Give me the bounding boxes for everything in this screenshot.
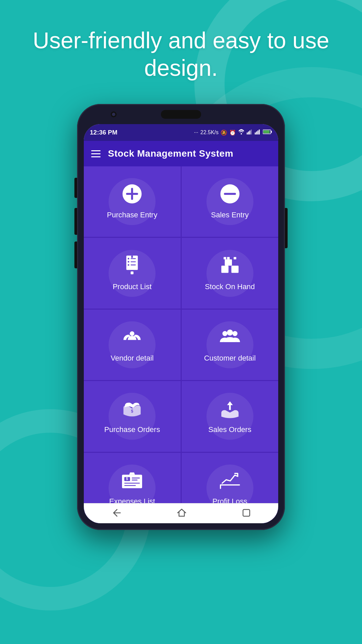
grid-item-sales-entry[interactable]: Sales Entry — [182, 166, 279, 237]
hamburger-line-2 — [91, 153, 101, 154]
sales-orders-label: Sales Orders — [208, 425, 251, 434]
customer-detail-icon — [220, 327, 240, 348]
svg-rect-10 — [263, 130, 270, 133]
nav-back-button[interactable] — [111, 508, 122, 519]
svg-rect-30 — [224, 257, 226, 259]
svg-rect-42 — [124, 485, 136, 486]
svg-rect-37 — [124, 477, 130, 481]
grid-item-product-list[interactable]: Product List — [84, 238, 181, 308]
hamburger-line-3 — [91, 156, 101, 157]
grid-item-sales-orders[interactable]: Sales Orders — [182, 381, 279, 451]
phone-camera — [111, 111, 117, 117]
svg-rect-43 — [220, 484, 240, 485]
bottom-nav — [84, 503, 278, 523]
svg-point-14 — [220, 184, 239, 204]
svg-rect-24 — [131, 256, 133, 258]
status-signal2-icon — [255, 129, 261, 136]
svg-rect-39 — [132, 478, 140, 479]
profit-loss-icon — [220, 470, 240, 492]
customer-detail-label: Customer detail — [204, 354, 256, 363]
phone-btn-vol-up — [74, 208, 77, 235]
svg-rect-18 — [131, 258, 136, 259]
phone-screen: 12:36 PM ··· 22.5K/s 🔕 ⏰ — [84, 124, 278, 523]
app-title: Stock Management System — [108, 148, 233, 159]
svg-rect-22 — [131, 264, 136, 265]
grid-item-purchase-entry[interactable]: Purchase Entry — [84, 166, 181, 237]
status-signal1-icon — [247, 129, 253, 136]
grid-item-purchase-orders[interactable]: $ Purchase Orders — [84, 381, 181, 451]
phone-shell: 12:36 PM ··· 22.5K/s 🔕 ⏰ — [77, 104, 285, 530]
svg-rect-3 — [251, 129, 252, 135]
status-network-dots: ··· — [194, 129, 198, 136]
purchase-orders-icon: $ — [122, 398, 142, 420]
status-bar: 12:36 PM ··· 22.5K/s 🔕 ⏰ — [84, 124, 278, 141]
grid-item-vendor-detail[interactable]: Vendor detail — [84, 310, 181, 380]
status-alarm-icon: ⏰ — [229, 129, 236, 136]
svg-point-31 — [130, 331, 134, 336]
svg-rect-26 — [231, 266, 238, 273]
hamburger-line-1 — [91, 150, 101, 151]
svg-rect-2 — [249, 130, 250, 135]
nav-recents-button[interactable] — [242, 508, 251, 519]
svg-rect-21 — [128, 264, 129, 265]
sales-entry-label: Sales Entry — [211, 211, 249, 219]
svg-rect-25 — [221, 266, 228, 273]
svg-rect-17 — [128, 258, 129, 259]
phone-mockup: 12:36 PM ··· 22.5K/s 🔕 ⏰ — [77, 104, 285, 624]
svg-point-33 — [227, 329, 233, 335]
vendor-detail-label: Vendor detail — [111, 354, 154, 363]
phone-speaker — [161, 110, 201, 119]
svg-rect-40 — [132, 480, 137, 481]
menu-button[interactable] — [91, 150, 101, 157]
svg-point-34 — [232, 331, 237, 336]
expenses-list-icon: $ — [122, 470, 142, 492]
main-grid: Purchase Entry Sales Entry — [84, 166, 278, 523]
svg-rect-23 — [131, 271, 134, 274]
product-list-icon — [122, 256, 142, 277]
sales-entry-icon — [220, 184, 240, 205]
svg-point-11 — [123, 184, 142, 204]
nav-home-button[interactable] — [176, 508, 187, 519]
svg-text:$: $ — [126, 477, 128, 481]
svg-rect-16 — [126, 256, 138, 270]
svg-rect-29 — [234, 257, 236, 259]
svg-rect-27 — [225, 259, 232, 266]
phone-btn-vol-mute — [74, 178, 77, 198]
vendor-detail-icon — [122, 327, 142, 348]
svg-rect-9 — [271, 131, 272, 133]
svg-rect-4 — [255, 132, 256, 135]
svg-rect-36 — [122, 475, 142, 488]
svg-rect-44 — [220, 485, 221, 489]
status-time: 12:36 PM — [90, 129, 117, 136]
stock-on-hand-label: Stock On Hand — [205, 282, 255, 291]
phone-btn-vol-down — [74, 241, 77, 268]
sales-orders-icon — [220, 398, 240, 420]
svg-rect-5 — [256, 131, 257, 135]
stock-on-hand-icon — [220, 256, 240, 277]
page-header: User-friendly and easy to use design. — [0, 27, 362, 82]
svg-rect-19 — [128, 261, 129, 262]
app-bar: Stock Management System — [84, 141, 278, 166]
purchase-orders-label: Purchase Orders — [104, 425, 160, 434]
svg-point-32 — [222, 331, 227, 336]
status-icons: ··· 22.5K/s 🔕 ⏰ — [194, 129, 272, 136]
grid-item-stock-on-hand[interactable]: Stock On Hand — [182, 238, 279, 308]
svg-rect-41 — [124, 483, 140, 484]
svg-rect-6 — [257, 130, 258, 135]
svg-rect-28 — [227, 257, 230, 259]
phone-btn-power — [285, 208, 288, 248]
svg-text:$: $ — [131, 409, 133, 414]
svg-rect-0 — [247, 132, 248, 135]
status-wifi-icon — [238, 129, 245, 136]
screen-content: 12:36 PM ··· 22.5K/s 🔕 ⏰ — [84, 124, 278, 523]
status-mute-icon: 🔕 — [221, 129, 227, 136]
grid-item-customer-detail[interactable]: Customer detail — [182, 310, 279, 380]
status-speed: 22.5K/s — [200, 129, 219, 136]
svg-rect-1 — [248, 131, 249, 135]
purchase-entry-icon — [122, 184, 142, 205]
status-battery-icon — [263, 129, 272, 136]
svg-rect-46 — [243, 509, 250, 516]
svg-rect-20 — [131, 261, 136, 262]
purchase-entry-label: Purchase Entry — [107, 211, 157, 219]
product-list-label: Product List — [113, 282, 152, 291]
